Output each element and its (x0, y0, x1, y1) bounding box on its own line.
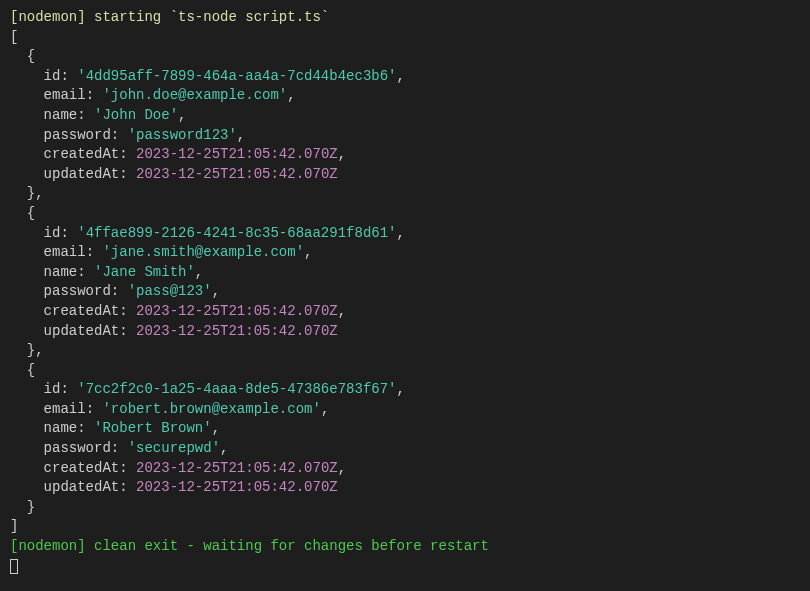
field-updatedAt: updatedAt: 2023-12-25T21:05:42.070Z (10, 165, 800, 185)
field-id: id: '4dd95aff-7899-464a-aa4a-7cd44b4ec3b… (10, 67, 800, 87)
field-password: password: 'pass@123', (10, 282, 800, 302)
field-email: email: 'john.doe@example.com', (10, 86, 800, 106)
nodemon-start-text: starting `ts-node script.ts` (86, 9, 330, 25)
object-close: } (10, 498, 800, 518)
field-createdAt: createdAt: 2023-12-25T21:05:42.070Z, (10, 459, 800, 479)
object-close: }, (10, 184, 800, 204)
nodemon-end-line: [nodemon] clean exit - waiting for chang… (10, 537, 800, 557)
array-close: ] (10, 517, 800, 537)
object-open: { (10, 47, 800, 67)
object-open: { (10, 361, 800, 381)
field-createdAt: createdAt: 2023-12-25T21:05:42.070Z, (10, 302, 800, 322)
field-name: name: 'Robert Brown', (10, 419, 800, 439)
field-name: name: 'Jane Smith', (10, 263, 800, 283)
cursor-icon (10, 559, 18, 574)
object-close: }, (10, 341, 800, 361)
object-open: { (10, 204, 800, 224)
nodemon-tag: [nodemon] (10, 538, 86, 554)
field-email: email: 'robert.brown@example.com', (10, 400, 800, 420)
field-createdAt: createdAt: 2023-12-25T21:05:42.070Z, (10, 145, 800, 165)
field-password: password: 'securepwd', (10, 439, 800, 459)
nodemon-end-text: clean exit - waiting for changes before … (86, 538, 489, 554)
field-id: id: '7cc2f2c0-1a25-4aaa-8de5-47386e783f6… (10, 380, 800, 400)
terminal-output: [nodemon] starting `ts-node script.ts` [… (10, 8, 800, 576)
cursor-line (10, 557, 800, 577)
field-updatedAt: updatedAt: 2023-12-25T21:05:42.070Z (10, 478, 800, 498)
field-updatedAt: updatedAt: 2023-12-25T21:05:42.070Z (10, 322, 800, 342)
field-name: name: 'John Doe', (10, 106, 800, 126)
nodemon-start-line: [nodemon] starting `ts-node script.ts` (10, 8, 800, 28)
field-id: id: '4ffae899-2126-4241-8c35-68aa291f8d6… (10, 224, 800, 244)
array-open: [ (10, 28, 800, 48)
field-password: password: 'password123', (10, 126, 800, 146)
nodemon-tag: [nodemon] (10, 9, 86, 25)
field-email: email: 'jane.smith@example.com', (10, 243, 800, 263)
